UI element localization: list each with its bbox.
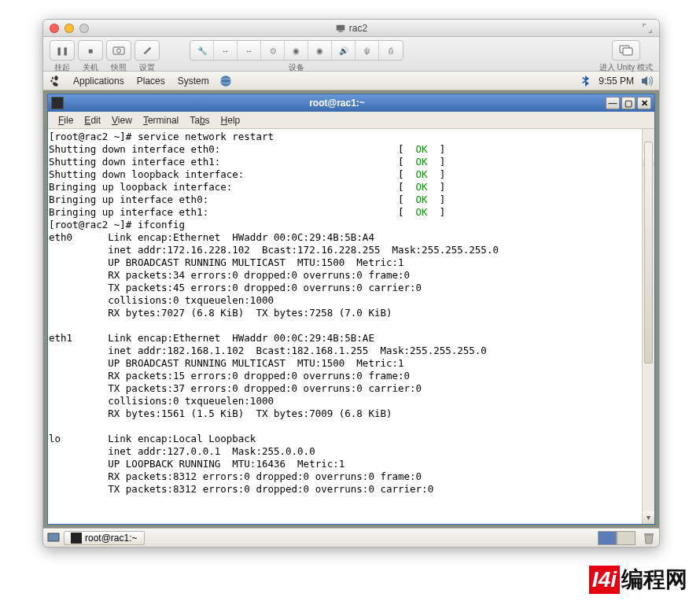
svg-rect-5 (623, 48, 632, 55)
svg-point-3 (117, 49, 121, 53)
gnome-top-panel[interactable]: Applications Places System 9:55 PM (43, 72, 659, 90)
taskbar-item-terminal[interactable]: root@rac1:~ (64, 531, 145, 545)
show-desktop-icon[interactable] (46, 531, 61, 545)
device-sound-button[interactable]: 🔊 (332, 41, 356, 60)
scroll-down-button[interactable]: ▼ (643, 511, 654, 524)
scroll-track[interactable] (643, 142, 654, 511)
device-cd1-button[interactable]: ◉ (285, 41, 308, 60)
gnome-foot-icon[interactable] (48, 74, 62, 88)
suspend-button[interactable]: ❚❚ (50, 41, 74, 60)
settings-button[interactable] (135, 41, 159, 60)
snapshot-button[interactable] (107, 41, 131, 60)
device-net2-button[interactable]: ↔ (238, 41, 261, 60)
clock[interactable]: 9:55 PM (599, 76, 634, 87)
svg-rect-2 (113, 47, 124, 54)
workspace-1[interactable] (598, 531, 617, 545)
workspace-2[interactable] (617, 531, 636, 545)
settings-section: 设置 (134, 40, 160, 73)
terminal-window: root@rac1:~ — ▢ ✕ File Edit View Termina… (47, 94, 655, 525)
tabs-menu[interactable]: Tabs (184, 115, 215, 126)
scroll-thumb[interactable] (644, 142, 653, 363)
svg-rect-8 (48, 533, 59, 541)
watermark-text: 编程网 (621, 565, 687, 595)
svg-rect-9 (644, 533, 654, 535)
svg-point-6 (220, 76, 231, 87)
terminal-body[interactable]: [root@rac2 ~]# service network restart S… (48, 129, 654, 524)
trash-icon[interactable] (642, 531, 656, 545)
bluetooth-icon[interactable] (580, 75, 592, 87)
device-usb-button[interactable]: ψ (356, 41, 379, 60)
terminal-menubar[interactable]: File Edit View Terminal Tabs Help (48, 112, 654, 129)
host-window: rac2 ❚❚ 挂起 ■ 关机 快照 设置 🔧 ↔ ↔ ⊙ ◉ (42, 19, 660, 548)
workspace-pager[interactable] (598, 531, 636, 545)
terminal-menu[interactable]: Terminal (138, 115, 184, 126)
device-hdd-button[interactable]: ⊙ (261, 41, 285, 60)
system-menu[interactable]: System (171, 76, 216, 87)
host-title: rac2 (43, 23, 659, 34)
gnome-bottom-panel[interactable]: root@rac1:~ (43, 528, 659, 547)
svg-rect-0 (337, 24, 345, 30)
edit-menu[interactable]: Edit (79, 115, 106, 126)
snapshot-section: 快照 (106, 40, 131, 73)
places-menu[interactable]: Places (131, 76, 171, 87)
devices-section: 🔧 ↔ ↔ ⊙ ◉ ◉ 🔊 ψ ⎙ 设备 (190, 40, 403, 73)
suspend-section: ❚❚ 挂起 (50, 40, 75, 73)
watermark: I4i 编程网 (589, 565, 687, 595)
help-menu[interactable]: Help (216, 115, 246, 126)
window-maximize-button[interactable]: ▢ (621, 97, 636, 109)
applications-menu[interactable]: Applications (67, 76, 131, 87)
terminal-titlebar[interactable]: root@rac1:~ — ▢ ✕ (48, 94, 654, 112)
unity-section: 进入 Unity 模式 (599, 40, 653, 73)
task-label: root@rac1:~ (85, 533, 138, 544)
view-menu[interactable]: View (106, 115, 138, 126)
host-titlebar[interactable]: rac2 (43, 20, 659, 37)
device-net1-button[interactable]: ↔ (214, 41, 238, 60)
vm-icon (335, 23, 346, 34)
device-wrench-button[interactable]: 🔧 (190, 41, 214, 60)
file-menu[interactable]: File (53, 115, 79, 126)
svg-rect-1 (338, 31, 342, 31)
task-terminal-icon (71, 533, 82, 544)
unity-button[interactable] (613, 41, 639, 60)
terminal-scrollbar[interactable]: ▲ ▼ (642, 129, 654, 524)
shutdown-section: ■ 关机 (78, 40, 103, 73)
device-cd2-button[interactable]: ◉ (308, 41, 332, 60)
terminal-output: [root@rac2 ~]# service network restart S… (49, 131, 654, 496)
watermark-logo: I4i (589, 566, 620, 594)
shutdown-button[interactable]: ■ (79, 41, 102, 60)
terminal-icon (51, 97, 64, 109)
host-toolbar: ❚❚ 挂起 ■ 关机 快照 设置 🔧 ↔ ↔ ⊙ ◉ ◉ 🔊 ψ (43, 37, 659, 72)
window-close-button[interactable]: ✕ (637, 97, 651, 109)
guest-desktop: Applications Places System 9:55 PM root@… (43, 72, 659, 547)
device-printer-button[interactable]: ⎙ (379, 41, 403, 60)
volume-icon[interactable] (640, 74, 654, 88)
terminal-title-text: root@rac1:~ (68, 98, 606, 109)
window-minimize-button[interactable]: — (606, 97, 620, 109)
browser-launcher-icon[interactable] (219, 74, 233, 88)
